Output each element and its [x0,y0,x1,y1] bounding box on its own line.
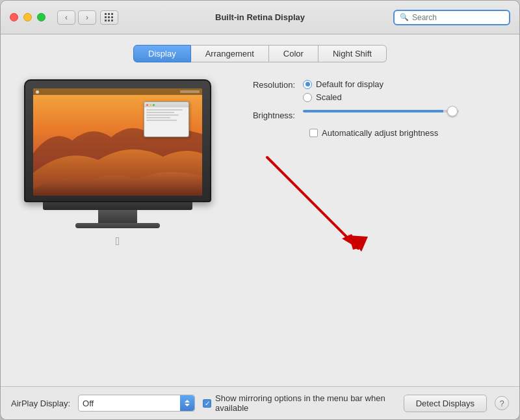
select-up-arrow [185,400,190,402]
radio-scaled-label: Scaled [316,92,342,102]
resolution-controls: Default for display Scaled [303,79,384,102]
auto-brightness-row: Automatically adjust brightness [309,128,506,138]
main-window: ‹ › Built-in Retina Display 🔍 Display [0,0,520,420]
brightness-row: Brightness: [241,110,506,120]
screen-menubar [33,88,202,95]
radio-default[interactable]: Default for display [303,79,384,89]
forward-icon: › [86,13,88,22]
back-icon: ‹ [65,13,68,22]
tab-bar: Display Arrangement Color Night Shift [14,45,506,62]
grid-icon [105,13,114,22]
search-input[interactable] [412,13,504,22]
apple-logo:  [116,235,120,248]
radio-scaled-circle[interactable] [303,93,312,102]
brightness-controls [303,110,459,112]
tab-color[interactable]: Color [269,45,318,62]
minimize-button[interactable] [23,13,32,21]
search-icon: 🔍 [400,13,409,21]
radio-default-label: Default for display [316,79,384,89]
radio-scaled[interactable]: Scaled [303,92,384,102]
maximize-button[interactable] [37,13,46,21]
tab-arrangement[interactable]: Arrangement [191,45,269,62]
radio-default-circle[interactable] [303,80,312,89]
auto-brightness-label: Automatically adjust brightness [322,128,438,138]
mini-window [144,101,189,137]
airplay-label: AirPlay Display: [11,399,70,408]
content-area: Display Arrangement Color Night Shift [1,34,519,386]
grid-button[interactable] [100,10,118,25]
checkmark-icon: ✓ [205,400,210,407]
radio-default-inner [306,82,310,86]
tab-display[interactable]: Display [133,45,191,62]
main-panel:  Resolution: Default for display [14,73,506,376]
auto-brightness-checkbox[interactable] [309,129,318,137]
settings-panel: Resolution: Default for display Scaled [241,73,506,376]
monitor-screen [33,88,202,196]
red-arrow-svg [228,138,410,281]
mirroring-row: ✓ Show mirroring options in the menu bar… [203,393,396,413]
brightness-slider[interactable] [303,110,459,112]
bottom-bar: AirPlay Display: Off ✓ Show mirroring op… [1,386,519,419]
back-button[interactable]: ‹ [57,10,75,25]
airplay-select[interactable]: Off [78,395,195,412]
monitor-chin [43,202,192,210]
svg-line-1 [267,157,358,248]
mirroring-label: Show mirroring options in the menu bar w… [215,393,396,413]
titlebar: ‹ › Built-in Retina Display 🔍 [1,1,519,34]
monitor-base [75,223,160,228]
search-bar[interactable]: 🔍 [393,10,510,25]
monitor-bezel [24,79,211,202]
airplay-value: Off [83,399,94,408]
monitor-stand [98,210,137,223]
brightness-label: Brightness: [241,110,303,120]
tab-night-shift[interactable]: Night Shift [318,45,387,62]
resolution-row: Resolution: Default for display Scaled [241,79,506,102]
detect-displays-button[interactable]: Detect Displays [404,395,487,412]
window-title: Built-in Retina Display [215,12,305,22]
slider-thumb[interactable] [447,106,458,116]
close-button[interactable] [10,13,18,21]
screen-wallpaper [33,88,202,196]
mirroring-checkbox[interactable]: ✓ [203,399,211,408]
traffic-lights [10,13,46,21]
arrow-area [241,138,506,281]
nav-buttons: ‹ › [57,10,96,25]
help-button[interactable]: ? [495,396,509,410]
monitor-illustration:  [24,79,211,248]
resolution-label: Resolution: [241,79,303,90]
forward-button[interactable]: › [78,10,96,25]
monitor-area:  [14,73,222,376]
select-arrows-btn[interactable] [180,395,194,411]
select-down-arrow [185,404,190,406]
